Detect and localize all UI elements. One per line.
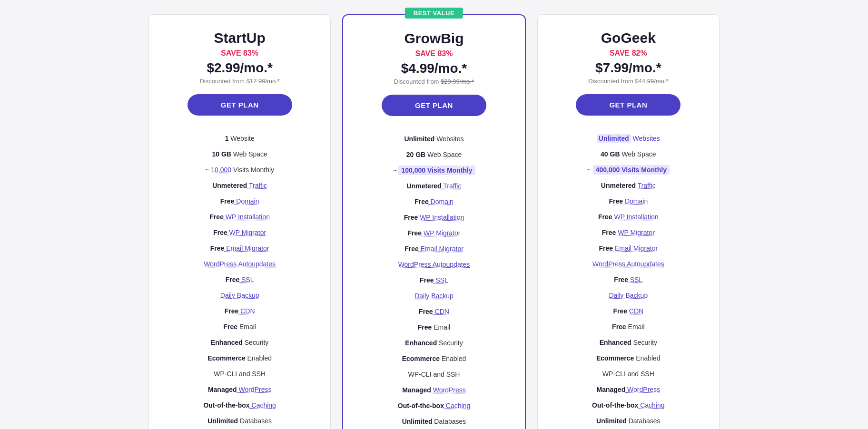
- feature-item: WP-CLI and SSH: [356, 367, 511, 382]
- feature-item: Managed WordPress: [162, 382, 317, 398]
- feature-link: WP Migrator: [616, 229, 654, 236]
- feature-item: Free Domain: [162, 194, 317, 209]
- feature-bold: Free: [602, 229, 616, 236]
- feature-text: Databases: [432, 418, 466, 425]
- feature-text: Web Space: [620, 150, 656, 158]
- feature-item: Free WP Migrator: [551, 225, 706, 241]
- feature-link: SSL: [628, 276, 642, 283]
- feature-item: ~ 100,000 Visits Monthly: [356, 163, 511, 178]
- plan-name-growbig: GrowBig: [356, 30, 511, 47]
- feature-link: WordPress: [237, 386, 272, 393]
- feature-bold: Out-of-the-box: [398, 402, 444, 410]
- feature-item: Unlimited Websites: [356, 131, 511, 147]
- feature-item: WP-CLI and SSH: [162, 366, 317, 382]
- feature-item: Free Email Migrator: [551, 241, 706, 256]
- feature-text: ~: [205, 166, 211, 174]
- feature-item: Free Email: [551, 319, 706, 335]
- feature-item: Unmetered Traffic: [356, 178, 511, 194]
- feature-bold: Enhanced: [600, 339, 631, 346]
- feature-bold: Free: [213, 229, 227, 236]
- feature-link: WordPress Autoupdates: [204, 260, 276, 268]
- feature-item: Unlimited Databases: [162, 413, 317, 429]
- feature-item: Ecommerce Enabled: [356, 351, 511, 367]
- feature-text: Email: [626, 323, 645, 331]
- feature-bold: Managed: [208, 386, 237, 393]
- feature-bold: Enhanced: [405, 339, 437, 347]
- feature-item: Managed WordPress: [551, 382, 706, 398]
- feature-item: WordPress Autoupdates: [551, 256, 706, 272]
- feature-text: Databases: [238, 417, 272, 425]
- feature-link: Daily Backup: [609, 292, 648, 299]
- feature-item: Free WP Installation: [551, 209, 706, 225]
- feature-bold: Out-of-the-box: [592, 401, 638, 409]
- feature-bold: Ecommerce: [207, 354, 245, 362]
- feature-item: Free Domain: [356, 194, 511, 210]
- feature-link: Caching: [250, 401, 276, 409]
- feature-link: WP Installation: [224, 213, 270, 221]
- feature-item: Enhanced Security: [162, 335, 317, 351]
- feature-text: Websites: [434, 135, 464, 143]
- pricing-plans-container: StartUpSAVE 83%$2.99/mo.*Discounted from…: [148, 14, 720, 429]
- feature-item: Daily Backup: [162, 288, 317, 303]
- feature-bold: Free: [614, 276, 628, 283]
- feature-item: Free Email Migrator: [356, 241, 511, 257]
- feature-text: Databases: [627, 417, 661, 425]
- feature-text: Enabled: [634, 354, 660, 362]
- feature-visits-highlight: 100,000 Visits Monthly: [398, 166, 475, 175]
- feature-text: Enabled: [246, 354, 272, 362]
- feature-text: Web Space: [425, 151, 462, 158]
- plan-card-startup: StartUpSAVE 83%$2.99/mo.*Discounted from…: [148, 14, 331, 429]
- feature-bold: 10 GB: [212, 150, 231, 158]
- feature-link: Domain: [623, 197, 648, 205]
- plan-original-startup: Discounted from $17.99/mo.*: [162, 78, 317, 85]
- feature-bold: Unmetered: [407, 182, 442, 190]
- feature-link: WordPress: [625, 386, 660, 393]
- feature-bold: Unlimited: [404, 135, 434, 143]
- feature-item: Free SSL: [162, 272, 317, 288]
- feature-link: Email Migrator: [419, 245, 464, 253]
- feature-item: Free WP Migrator: [356, 225, 511, 241]
- feature-item: Unmetered Traffic: [162, 178, 317, 194]
- feature-link: Domain: [429, 198, 454, 205]
- feature-link: CDN: [238, 307, 255, 315]
- feature-item: ~ 10,000 Visits Monthly: [162, 162, 317, 178]
- feature-purple-text: Websites: [631, 135, 660, 142]
- feature-bold: Unmetered: [601, 182, 636, 189]
- plan-price-growbig: $4.99/mo.*: [356, 61, 511, 76]
- feature-link: Daily Backup: [414, 292, 454, 300]
- feature-item: Out-of-the-box Caching: [551, 398, 706, 413]
- feature-item: Enhanced Security: [356, 335, 511, 351]
- feature-text: Web Space: [231, 150, 267, 158]
- feature-text: ~: [587, 166, 593, 174]
- feature-text: WP-CLI and SSH: [602, 370, 654, 378]
- feature-bold: Free: [404, 214, 418, 221]
- feature-item: Out-of-the-box Caching: [162, 398, 317, 413]
- plan-price-gogeek: $7.99/mo.*: [551, 60, 706, 76]
- get-plan-button-startup[interactable]: GET PLAN: [187, 94, 292, 116]
- feature-item: 1 Website: [162, 131, 317, 146]
- features-list-growbig: Unlimited Websites20 GB Web Space~ 100,0…: [356, 131, 511, 429]
- feature-bold: Free: [223, 323, 237, 331]
- feature-text: Website: [228, 135, 254, 142]
- feature-item: 10 GB Web Space: [162, 146, 317, 162]
- feature-bold: Free: [414, 198, 429, 205]
- feature-item: Unlimited Databases: [356, 414, 511, 429]
- feature-item: Free Email: [356, 320, 511, 335]
- plan-card-growbig: BEST VALUEGrowBigSAVE 83%$4.99/mo.*Disco…: [342, 14, 525, 429]
- feature-link: CDN: [627, 307, 643, 315]
- feature-link: WP Installation: [418, 214, 464, 221]
- get-plan-button-gogeek[interactable]: GET PLAN: [576, 94, 681, 116]
- features-list-gogeek: Unlimited Websites40 GB Web Space~ 400,0…: [551, 131, 706, 429]
- feature-link: Email Migrator: [224, 244, 269, 252]
- feature-link: WordPress: [431, 386, 466, 394]
- feature-item: ~ 400,000 Visits Monthly: [551, 162, 706, 178]
- feature-bold: Managed: [597, 386, 626, 393]
- feature-item: Free CDN: [356, 304, 511, 320]
- feature-bold: Out-of-the-box: [203, 401, 249, 409]
- plan-name-startup: StartUp: [162, 30, 317, 46]
- feature-item: Free WP Migrator: [162, 225, 317, 241]
- feature-bold: Unmetered: [212, 182, 247, 189]
- get-plan-button-growbig[interactable]: GET PLAN: [382, 95, 486, 116]
- plan-name-gogeek: GoGeek: [551, 30, 706, 46]
- feature-text: Enabled: [440, 355, 466, 362]
